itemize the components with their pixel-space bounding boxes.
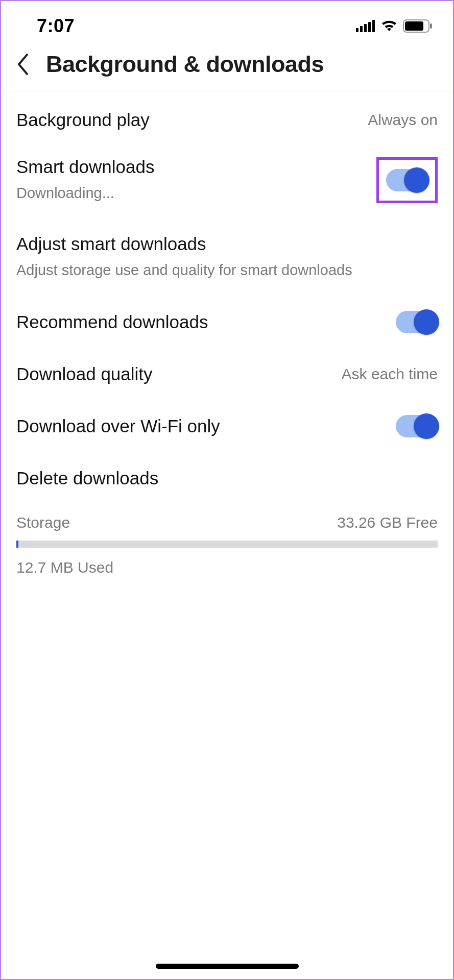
row-title: Download quality	[16, 364, 331, 384]
row-recommend-downloads[interactable]: Recommend downloads	[1, 296, 453, 349]
svg-rect-6	[405, 21, 423, 31]
toggle-knob	[414, 413, 439, 439]
status-icons	[356, 19, 433, 33]
row-title: Adjust smart downloads	[16, 234, 438, 254]
cellular-signal-icon	[356, 20, 375, 32]
row-content: Adjust smart downloads Adjust storage us…	[16, 234, 438, 280]
svg-rect-0	[356, 28, 359, 32]
row-value: Always on	[368, 111, 438, 129]
row-title: Download over Wi-Fi only	[16, 416, 386, 436]
battery-icon	[403, 19, 433, 33]
storage-bar	[16, 541, 438, 548]
row-value: Ask each time	[342, 365, 438, 383]
row-background-play[interactable]: Background play Always on	[1, 94, 453, 145]
row-download-wifi-only[interactable]: Download over Wi-Fi only	[1, 400, 453, 453]
row-download-quality[interactable]: Download quality Ask each time	[1, 349, 453, 400]
row-smart-downloads[interactable]: Smart downloads Downloading...	[1, 145, 453, 214]
storage-bar-used	[16, 541, 18, 548]
svg-rect-3	[368, 22, 371, 32]
status-bar: 7:07	[1, 1, 453, 42]
row-subtitle: Downloading...	[16, 183, 366, 203]
svg-rect-7	[430, 23, 432, 29]
smart-downloads-toggle[interactable]	[386, 169, 428, 191]
download-wifi-toggle[interactable]	[396, 415, 438, 437]
storage-free: 33.26 GB Free	[337, 514, 438, 531]
row-title: Smart downloads	[16, 157, 366, 177]
toggle-knob	[404, 167, 429, 193]
svg-rect-1	[360, 26, 363, 32]
row-content: Smart downloads Downloading...	[16, 157, 366, 203]
row-content: Download over Wi-Fi only	[16, 416, 386, 436]
row-title: Delete downloads	[16, 468, 438, 488]
settings-list: Background play Always on Smart download…	[1, 91, 453, 586]
chevron-left-icon	[16, 53, 29, 76]
page-header: Background & downloads	[1, 42, 453, 91]
annotation-highlight	[376, 157, 438, 203]
row-title: Recommend downloads	[16, 312, 386, 332]
row-delete-downloads[interactable]: Delete downloads	[1, 453, 453, 504]
storage-section: Storage 33.26 GB Free 12.7 MB Used	[1, 504, 453, 586]
home-indicator[interactable]	[156, 964, 299, 969]
storage-header: Storage 33.26 GB Free	[16, 514, 438, 531]
row-adjust-smart-downloads[interactable]: Adjust smart downloads Adjust storage us…	[1, 214, 453, 296]
row-title: Background play	[16, 110, 357, 130]
wifi-icon	[380, 20, 398, 32]
row-subtitle: Adjust storage use and quality for smart…	[16, 260, 438, 280]
svg-rect-2	[364, 24, 367, 32]
status-time: 7:07	[37, 15, 75, 37]
toggle-knob	[414, 309, 439, 335]
back-button[interactable]	[12, 51, 33, 78]
storage-label: Storage	[16, 514, 70, 531]
svg-rect-4	[372, 20, 375, 32]
page-title: Background & downloads	[46, 51, 324, 78]
row-content: Recommend downloads	[16, 312, 386, 332]
recommend-downloads-toggle[interactable]	[396, 311, 438, 333]
device-frame: 7:07	[0, 0, 454, 980]
row-content: Delete downloads	[16, 468, 438, 488]
row-content: Download quality	[16, 364, 331, 384]
storage-used-label: 12.7 MB Used	[16, 559, 438, 576]
row-content: Background play	[16, 110, 357, 130]
